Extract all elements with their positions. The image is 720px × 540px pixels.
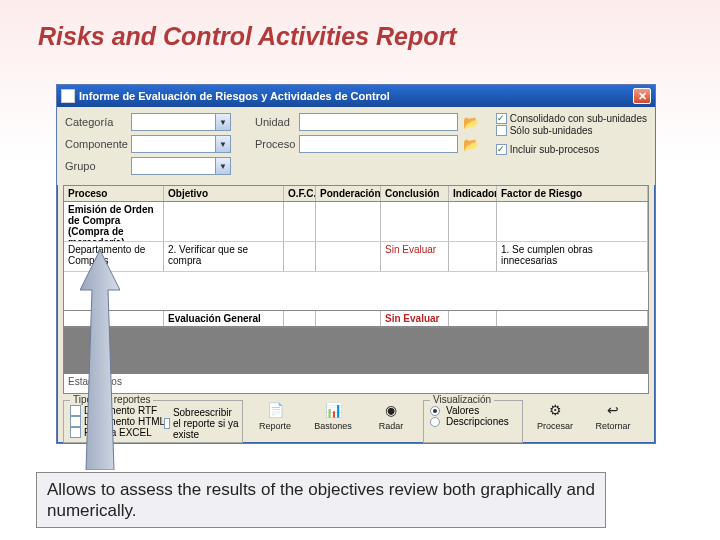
eval-general-label: Evaluación General — [164, 311, 284, 326]
cell: Emisión de Orden de Compra (Compra de me… — [64, 202, 164, 241]
proceso-label: Proceso — [255, 138, 299, 150]
grupo-label: Grupo — [65, 160, 131, 172]
radio[interactable] — [430, 417, 440, 427]
chevron-down-icon: ▼ — [215, 136, 230, 152]
eval-general-row: Evaluación General Sin Evaluar — [64, 310, 648, 327]
cell — [381, 202, 449, 241]
check-label: Consolidado con sub-unidades — [510, 113, 647, 124]
btn-label: Procesar — [537, 421, 573, 431]
col-objetivo[interactable]: Objetivo — [164, 186, 284, 201]
grid-header: Proceso Objetivo O.F.C. Ponderación Conc… — [64, 186, 648, 202]
bottom-panel: Tipos de reportes Documento RTF Document… — [57, 394, 655, 449]
grid-empty-area — [63, 328, 649, 374]
componente-label: Componente — [65, 138, 131, 150]
cell: Departamento de Compras — [64, 242, 164, 271]
cell — [316, 202, 381, 241]
radar-icon: ◉ — [379, 400, 403, 420]
check-label: Documento RTF — [84, 405, 157, 416]
cell: 1. Se cumplen obras innecesarias — [497, 242, 648, 271]
btn-label: Reporte — [259, 421, 291, 431]
categoria-label: Categoría — [65, 116, 131, 128]
checkbox[interactable] — [70, 405, 81, 416]
checkbox[interactable]: ✓ — [496, 113, 507, 124]
reporte-button[interactable]: 📄 Reporte — [249, 400, 301, 443]
bar-chart-icon: 📊 — [321, 400, 345, 420]
close-button[interactable]: ✕ — [633, 88, 651, 104]
cell — [284, 202, 316, 241]
btn-label: Retornar — [595, 421, 630, 431]
col-ponderacion[interactable]: Ponderación — [316, 186, 381, 201]
procesar-button[interactable]: ⚙ Procesar — [529, 400, 581, 443]
cell — [284, 242, 316, 271]
col-proceso[interactable]: Proceso — [64, 186, 164, 201]
app-window: Informe de Evaluación de Riesgos y Activ… — [56, 84, 656, 444]
folder-icon[interactable]: 📂 — [462, 136, 480, 152]
cell — [497, 202, 648, 241]
retornar-button[interactable]: ↩ Retornar — [587, 400, 639, 443]
chevron-down-icon: ▼ — [215, 114, 230, 130]
radio[interactable] — [430, 406, 440, 416]
check-label: Sobreescribir el reporte si ya existe — [173, 407, 240, 440]
group-visualizacion: Visualización Valores Descripciones — [423, 400, 523, 443]
titlebar: Informe de Evaluación de Riesgos y Activ… — [57, 85, 655, 107]
check-label: Incluir sub-procesos — [510, 144, 599, 155]
table-row[interactable]: Departamento de Compras 2. Verificar que… — [64, 242, 648, 272]
check-label: Planilla EXCEL — [84, 427, 152, 438]
btn-label: Radar — [379, 421, 404, 431]
check-label: Documento HTML — [84, 416, 165, 427]
filter-panel: Categoría ▼ Componente ▼ Grupo ▼ Unidad … — [57, 107, 655, 185]
window-title: Informe de Evaluación de Riesgos y Activ… — [79, 90, 633, 102]
checkbox[interactable] — [496, 125, 507, 136]
col-factor[interactable]: Factor de Riesgo — [497, 186, 648, 201]
radio-label: Valores — [446, 405, 479, 416]
grupo-combo[interactable]: ▼ — [131, 157, 231, 175]
cell — [449, 202, 497, 241]
folder-icon[interactable]: 📂 — [462, 114, 480, 130]
col-conclusion[interactable]: Conclusión — [381, 186, 449, 201]
bastones-button[interactable]: 📊 Bastones — [307, 400, 359, 443]
app-icon — [61, 89, 75, 103]
gear-icon: ⚙ — [543, 400, 567, 420]
unidad-field[interactable] — [299, 113, 458, 131]
componente-combo[interactable]: ▼ — [131, 135, 231, 153]
eval-general-value: Sin Evaluar — [381, 311, 449, 326]
check-label: Sólo sub-unidades — [510, 125, 593, 136]
group-legend: Tipos de reportes — [70, 394, 153, 405]
col-ofc[interactable]: O.F.C. — [284, 186, 316, 201]
col-indicador[interactable]: Indicador — [449, 186, 497, 201]
slide-title: Risks and Control Activities Report — [0, 0, 720, 51]
radio-label: Descripciones — [446, 416, 509, 427]
group-legend: Visualización — [430, 394, 494, 405]
data-grid: Proceso Objetivo O.F.C. Ponderación Conc… — [63, 185, 649, 328]
checkbox[interactable] — [70, 416, 81, 427]
btn-label: Bastones — [314, 421, 352, 431]
stats-bar: Estadísticos — [63, 374, 649, 394]
unidad-label: Unidad — [255, 116, 299, 128]
chevron-down-icon: ▼ — [215, 158, 230, 174]
checkbox[interactable] — [164, 418, 170, 429]
proceso-field[interactable] — [299, 135, 458, 153]
radar-button[interactable]: ◉ Radar — [365, 400, 417, 443]
cell — [316, 242, 381, 271]
cell — [164, 202, 284, 241]
options-column: ✓Consolidado con sub-unidades Sólo sub-u… — [496, 113, 647, 179]
grid-body: Emisión de Orden de Compra (Compra de me… — [64, 202, 648, 310]
return-icon: ↩ — [601, 400, 625, 420]
table-row[interactable]: Emisión de Orden de Compra (Compra de me… — [64, 202, 648, 242]
cell: 2. Verificar que se compra — [164, 242, 284, 271]
categoria-combo[interactable]: ▼ — [131, 113, 231, 131]
cell — [449, 242, 497, 271]
cell: Sin Evaluar — [381, 242, 449, 271]
checkbox[interactable]: ✓ — [496, 144, 507, 155]
checkbox[interactable] — [70, 427, 81, 438]
callout-box: Allows to assess the results of the obje… — [36, 472, 606, 529]
document-icon: 📄 — [263, 400, 287, 420]
group-reportes: Tipos de reportes Documento RTF Document… — [63, 400, 243, 443]
